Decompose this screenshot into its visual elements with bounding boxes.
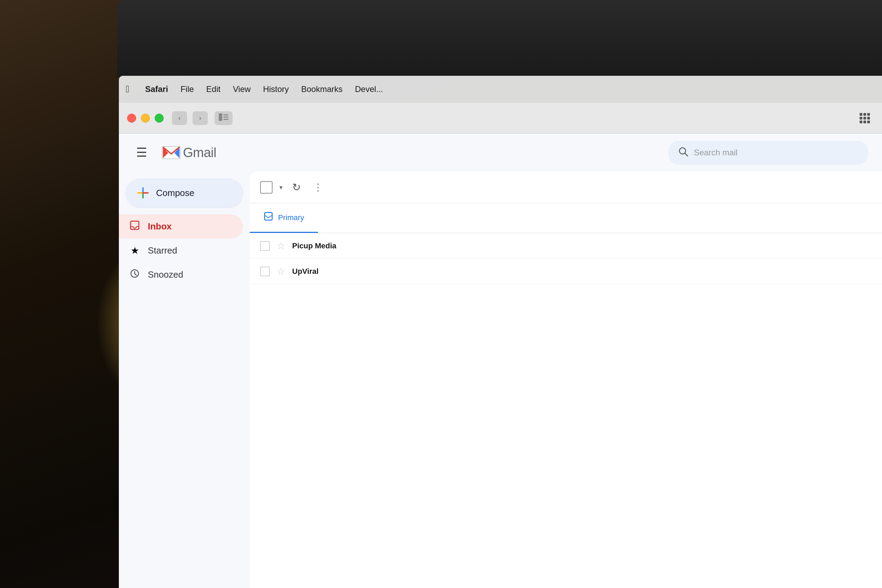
more-options-button[interactable]: ⋮ bbox=[310, 179, 326, 196]
menu-file[interactable]: File bbox=[174, 82, 200, 96]
svg-rect-3 bbox=[223, 119, 228, 120]
gmail-content: ☰ Gmail bbox=[119, 134, 882, 588]
back-button[interactable]: ‹ bbox=[172, 111, 187, 125]
refresh-button[interactable]: ↻ bbox=[290, 178, 303, 196]
svg-rect-1 bbox=[223, 114, 228, 116]
sidebar-item-snoozed[interactable]: Snoozed bbox=[119, 262, 243, 287]
gmail-main-panel: ▾ ↻ ⋮ Primary bbox=[250, 171, 882, 588]
sidebar-item-starred[interactable]: ★ Starred bbox=[119, 239, 243, 262]
search-icon bbox=[678, 146, 688, 159]
traffic-lights bbox=[127, 114, 164, 123]
forward-button[interactable]: › bbox=[193, 111, 208, 125]
select-dropdown-arrow[interactable]: ▾ bbox=[279, 184, 282, 191]
menu-devel[interactable]: Devel... bbox=[349, 82, 389, 96]
tab-primary[interactable]: Primary bbox=[250, 203, 318, 233]
search-placeholder-text: Search mail bbox=[694, 148, 738, 158]
sidebar-toggle-button[interactable] bbox=[214, 111, 232, 125]
gmail-header: ☰ Gmail bbox=[119, 134, 882, 171]
gmail-logo-text: Gmail bbox=[183, 146, 216, 160]
sidebar-item-inbox[interactable]: Inbox bbox=[119, 214, 243, 239]
menu-bookmarks[interactable]: Bookmarks bbox=[295, 82, 349, 96]
snoozed-label: Snoozed bbox=[148, 269, 183, 280]
compose-button[interactable]: Compose bbox=[126, 178, 243, 207]
select-all-checkbox[interactable] bbox=[260, 181, 273, 194]
macos-menubar:  Safari File Edit View History Bookmark… bbox=[119, 76, 882, 103]
starred-icon: ★ bbox=[129, 245, 141, 256]
maximize-button[interactable] bbox=[155, 114, 164, 123]
hamburger-menu-button[interactable]: ☰ bbox=[133, 142, 150, 163]
close-button[interactable] bbox=[127, 114, 136, 123]
menu-view[interactable]: View bbox=[227, 82, 257, 96]
gmail-logo-area: Gmail bbox=[161, 142, 216, 163]
email-star-button[interactable]: ☆ bbox=[277, 240, 285, 252]
email-checkbox[interactable] bbox=[260, 267, 270, 276]
extensions-button[interactable] bbox=[856, 111, 874, 125]
compose-plus-icon bbox=[137, 187, 149, 199]
svg-rect-9 bbox=[138, 192, 142, 194]
sidebar-icon bbox=[219, 113, 228, 123]
browser-toolbar: ‹ › bbox=[119, 103, 882, 134]
email-sender: Picup Media bbox=[292, 242, 388, 250]
email-star-button[interactable]: ☆ bbox=[277, 266, 285, 277]
email-toolbar: ▾ ↻ ⋮ bbox=[250, 171, 882, 203]
email-list: ☆ Picup Media ☆ UpViral bbox=[250, 233, 882, 588]
svg-line-14 bbox=[135, 274, 136, 275]
gmail-sidebar: Compose Inbox ★ Starred bbox=[119, 171, 250, 588]
snoozed-icon bbox=[129, 268, 141, 281]
gmail-body: Compose Inbox ★ Starred bbox=[119, 171, 882, 588]
email-tabs: Primary bbox=[250, 203, 882, 233]
email-row[interactable]: ☆ Picup Media bbox=[250, 233, 882, 259]
inbox-icon bbox=[129, 220, 141, 232]
email-row[interactable]: ☆ UpViral bbox=[250, 259, 882, 284]
compose-label: Compose bbox=[156, 188, 194, 198]
gmail-m-icon bbox=[161, 142, 182, 163]
svg-rect-0 bbox=[219, 113, 222, 121]
grid-icon bbox=[860, 113, 870, 123]
starred-label: Starred bbox=[148, 245, 177, 256]
menu-edit[interactable]: Edit bbox=[200, 82, 227, 96]
menu-history[interactable]: History bbox=[257, 82, 295, 96]
forward-icon: › bbox=[199, 114, 201, 122]
primary-tab-icon bbox=[264, 212, 273, 224]
search-bar[interactable]: Search mail bbox=[668, 141, 868, 165]
apple-menu-icon[interactable]:  bbox=[126, 84, 129, 95]
svg-rect-2 bbox=[223, 117, 228, 118]
svg-rect-10 bbox=[142, 193, 144, 198]
minimize-button[interactable] bbox=[141, 114, 150, 123]
back-icon: ‹ bbox=[178, 114, 181, 122]
primary-tab-label: Primary bbox=[278, 213, 304, 222]
svg-line-6 bbox=[685, 153, 688, 156]
menu-safari[interactable]: Safari bbox=[139, 82, 174, 96]
email-checkbox[interactable] bbox=[260, 241, 270, 251]
inbox-label: Inbox bbox=[148, 221, 172, 232]
laptop-bezel-top bbox=[117, 0, 882, 77]
email-sender: UpViral bbox=[292, 267, 388, 276]
